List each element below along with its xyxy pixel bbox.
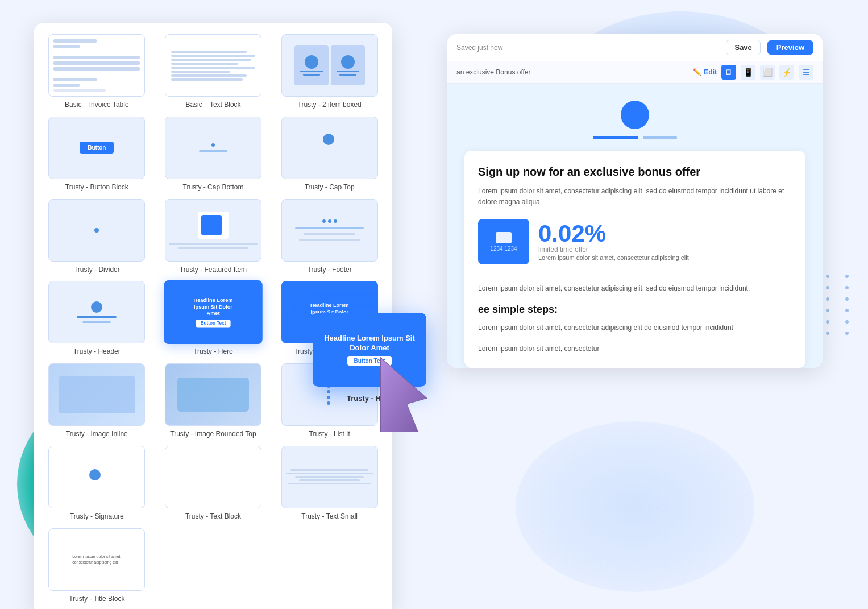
template-thumb-cap-top — [281, 117, 378, 179]
template-item-trusty-title-block[interactable]: Lorem ipsum dolor sit amet,consectetur a… — [43, 528, 151, 604]
template-item-trusty-cap-bottom[interactable]: Trusty - Cap Bottom — [160, 117, 267, 192]
template-item-trusty-footer[interactable]: Trusty - Footer — [276, 199, 383, 275]
email-step-text-1: Lorem ipsum dolor sit amet, consectetur … — [478, 322, 792, 333]
template-label-basic-invoice-table: Basic – Invoice Table — [65, 100, 129, 110]
thumb-btn-preview: Button — [80, 142, 114, 154]
template-thumb-img-inline — [48, 363, 145, 426]
template-thumb-text-block2 — [165, 446, 261, 508]
template-label-trusty-list-it: Trusty - List It — [309, 429, 350, 439]
editor-nav-bar: an exclusive Bonus offer ✏️ Edit 🖥 📱 ⬜ ⚡… — [447, 61, 823, 84]
email-separator — [478, 274, 792, 274]
template-thumb-signature — [48, 446, 145, 508]
email-hero-section — [447, 84, 823, 151]
template-item-basic-invoice-table[interactable]: Basic – Invoice Table — [43, 34, 151, 110]
lightning-icon[interactable]: ⚡ — [779, 65, 794, 80]
email-body-text-1: Lorem ipsum dolor sit amet, consectetur … — [478, 186, 792, 208]
template-label-trusty-text-block: Trusty - Text Block — [185, 512, 241, 521]
floating-preview-headline: Headline Lorem Ipsum Sit Dolor Amet — [319, 334, 420, 353]
template-label-trusty-title-block: Trusty - Title Block — [69, 594, 124, 604]
template-label-trusty-featured-item: Trusty - Featured Item — [180, 265, 247, 275]
email-offer-row: 1234 1234 0.02% limited time offer Lorem… — [478, 219, 792, 264]
template-item-trusty-cap-top[interactable]: Trusty - Cap Top — [276, 117, 383, 192]
thumb-title-text-preview: Lorem ipsum dolor sit amet,consectetur a… — [72, 554, 121, 565]
desktop-view-icon[interactable]: 🖥 — [721, 65, 736, 80]
thumb-hero-btn: Button Text — [196, 320, 230, 328]
email-step-text-2: Lorem ipsum dolor sit amet, consectetur — [478, 343, 792, 354]
template-item-trusty-image-inline[interactable]: Trusty - Image Inline — [43, 363, 151, 439]
email-body-text-2: Lorem ipsum dolor sit amet, consectetur … — [478, 283, 792, 294]
template-thumb-text-block — [165, 34, 261, 97]
template-thumb-footer — [281, 199, 378, 262]
template-thumb-button: Button — [48, 117, 145, 179]
email-percentage: 0.02% — [538, 222, 689, 246]
template-thumb-text-small — [281, 446, 378, 508]
template-item-basic-text-block[interactable]: Basic – Text Block — [160, 34, 267, 110]
template-item-trusty-2item-boxed[interactable]: Trusty - 2 item boxed — [276, 34, 383, 110]
template-label-trusty-image-inline: Trusty - Image Inline — [66, 429, 128, 439]
email-steps-headline: ee simple steps: — [478, 304, 792, 316]
template-label-trusty-image-rounded-top: Trusty - Image Rounded Top — [170, 429, 256, 439]
template-label-trusty-button-block: Trusty - Button Block — [65, 183, 128, 192]
email-offer-details: 0.02% limited time offer Lorem ipsum dol… — [538, 222, 689, 262]
template-label-trusty-hero: Trusty - Hero — [193, 347, 233, 357]
email-header-circle — [621, 101, 649, 129]
template-item-trusty-header[interactable]: Trusty - Header — [43, 281, 151, 357]
template-label-trusty-footer: Trusty - Footer — [308, 265, 352, 275]
template-label-trusty-text-small: Trusty - Text Small — [301, 512, 358, 521]
editor-toolbar: Saved just now Save Preview — [447, 34, 823, 61]
template-label-trusty-2item-boxed: Trusty - 2 item boxed — [298, 100, 362, 110]
email-offer-description: Lorem ipsum dolor sit amet, consectetur … — [538, 254, 689, 262]
template-item-trusty-text-small[interactable]: Trusty - Text Small — [276, 446, 383, 521]
template-label-trusty-cap-top: Trusty - Cap Top — [305, 183, 355, 192]
template-item-trusty-signature[interactable]: Trusty - Signature — [43, 446, 151, 521]
menu-icon[interactable]: ☰ — [799, 65, 813, 80]
email-editor-panel: Saved just now Save Preview an exclusive… — [447, 34, 823, 368]
template-label-trusty-header: Trusty - Header — [73, 347, 121, 357]
editor-edit-button[interactable]: ✏️ Edit — [693, 68, 717, 76]
template-label-trusty-cap-bottom: Trusty - Cap Bottom — [183, 183, 244, 192]
template-item-trusty-image-rounded-top[interactable]: Trusty - Image Rounded Top — [160, 363, 267, 439]
template-thumb-header — [48, 281, 145, 343]
template-thumb-2item — [281, 34, 378, 97]
template-label-basic-text-block: Basic – Text Block — [185, 100, 240, 110]
pencil-icon: ✏️ — [693, 68, 701, 76]
thumb-hero-text: Headline LoremIpsum Sit DolorAmet — [194, 297, 233, 318]
template-thumb-hero: Headline LoremIpsum Sit DolorAmet Button… — [164, 280, 262, 344]
email-line-blue — [593, 136, 638, 139]
template-label-trusty-signature: Trusty - Signature — [70, 512, 124, 521]
mouse-cursor-arrow — [375, 353, 443, 432]
tablet-view-icon[interactable]: ⬜ — [760, 65, 775, 80]
template-item-trusty-button-block[interactable]: Button Trusty - Button Block — [43, 117, 151, 192]
email-header-lines — [593, 136, 677, 139]
email-body-card: Sign up now for an exclusive bonus offer… — [464, 151, 805, 368]
editor-nav-icons: 🖥 📱 ⬜ ⚡ ☰ — [721, 65, 813, 80]
editor-email-content: Sign up now for an exclusive bonus offer… — [447, 84, 823, 368]
editor-saved-status: Saved just now — [456, 44, 502, 52]
email-limited-label: limited time offer — [538, 246, 689, 254]
template-label-trusty-divider: Trusty - Divider — [74, 265, 120, 275]
email-offer-card-icon — [496, 232, 512, 243]
template-thumb-featured: 0.02% — [165, 199, 261, 262]
template-thumb-divider — [48, 199, 145, 262]
email-offer-card: 1234 1234 — [478, 219, 529, 264]
template-thumb-title-block: Lorem ipsum dolor sit amet,consectetur a… — [48, 528, 145, 591]
email-line-light — [643, 136, 677, 139]
editor-breadcrumb: an exclusive Bonus offer — [456, 68, 688, 76]
svg-marker-1 — [381, 358, 426, 432]
template-item-trusty-hero[interactable]: Headline LoremIpsum Sit DolorAmet Button… — [160, 281, 267, 357]
template-item-trusty-text-block[interactable]: Trusty - Text Block — [160, 446, 267, 521]
template-thumb-img-rounded — [165, 363, 261, 426]
edit-label: Edit — [704, 68, 717, 76]
template-item-trusty-divider[interactable]: Trusty - Divider — [43, 199, 151, 275]
editor-preview-button[interactable]: Preview — [767, 40, 813, 55]
email-offer-num: 1234 1234 — [490, 246, 517, 252]
template-thumb-cap-bottom — [165, 117, 261, 179]
email-main-headline: Sign up now for an exclusive bonus offer — [478, 164, 792, 179]
editor-save-button[interactable]: Save — [726, 40, 760, 55]
mobile-view-icon[interactable]: 📱 — [741, 65, 755, 80]
template-thumb-invoice — [48, 34, 145, 97]
template-item-trusty-featured-item[interactable]: 0.02% Trusty - Featured Item — [160, 199, 267, 275]
